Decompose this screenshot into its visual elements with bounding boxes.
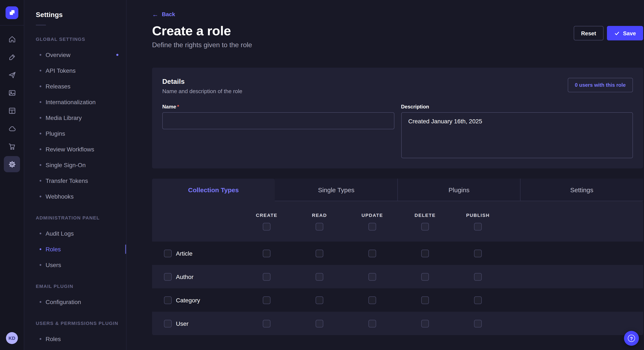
sidebar-item-roles[interactable]: Roles: [24, 241, 126, 257]
checkbox-author-read[interactable]: [316, 273, 323, 280]
permission-cell: [293, 265, 346, 288]
checkbox-col-read[interactable]: [316, 223, 323, 230]
checkbox-author-publish[interactable]: [474, 273, 482, 280]
column-label: UPDATE: [362, 212, 383, 217]
header-spacer: [152, 201, 240, 242]
checkbox-row-user[interactable]: [164, 320, 172, 327]
tab-single-types[interactable]: Single Types: [275, 178, 398, 201]
checkbox-category-publish[interactable]: [474, 296, 482, 304]
tab-collection-types[interactable]: Collection Types: [152, 178, 275, 201]
checkbox-user-read[interactable]: [316, 320, 323, 327]
sidebar-item-review-workflows[interactable]: Review Workflows: [24, 141, 126, 157]
back-link[interactable]: ← Back: [152, 11, 175, 17]
sidebar-item-plugins[interactable]: Plugins: [24, 126, 126, 141]
checkbox-article-delete[interactable]: [421, 249, 429, 257]
name-input[interactable]: [162, 112, 394, 129]
details-card: Details Name and description of the role…: [152, 68, 643, 169]
permission-cell: [240, 312, 293, 335]
checkbox-category-create[interactable]: [263, 296, 270, 304]
checkbox-author-create[interactable]: [263, 273, 270, 280]
row-fill: [504, 265, 643, 288]
sidebar-item-label: Transfer Tokens: [46, 177, 88, 184]
notification-dot-icon: [116, 54, 118, 56]
sidebar-item-api-tokens[interactable]: API Tokens: [24, 62, 126, 78]
sidebar-item-providers[interactable]: Providers: [24, 347, 126, 350]
description-input[interactable]: Created January 16th, 2025: [401, 112, 633, 158]
sidebar-item-transfer-tokens[interactable]: Transfer Tokens: [24, 173, 126, 188]
bullet-icon: [40, 264, 41, 266]
sidebar-item-label: Review Workflows: [46, 146, 94, 153]
rail-icon-list: [4, 29, 20, 174]
sidebar-item-releases[interactable]: Releases: [24, 78, 126, 94]
checkbox-article-read[interactable]: [316, 249, 323, 257]
checkbox-col-publish[interactable]: [474, 223, 482, 230]
checkbox-category-read[interactable]: [316, 296, 323, 304]
checkbox-user-publish[interactable]: [474, 320, 482, 327]
checkbox-author-update[interactable]: [368, 273, 376, 280]
cloud-icon[interactable]: [4, 120, 20, 137]
checkbox-col-update[interactable]: [368, 223, 376, 230]
checkbox-article-update[interactable]: [368, 249, 376, 257]
sidebar-item-audit-logs[interactable]: Audit Logs: [24, 225, 126, 241]
checkbox-row-category[interactable]: [164, 296, 172, 304]
checkbox-col-create[interactable]: [263, 223, 270, 230]
bullet-icon: [40, 148, 41, 150]
sidebar-item-internationalization[interactable]: Internationalization: [24, 94, 126, 110]
checkbox-article-create[interactable]: [263, 249, 270, 257]
permission-cell: [346, 312, 399, 335]
checkbox-category-update[interactable]: [368, 296, 376, 304]
sidebar-item-overview[interactable]: Overview: [24, 47, 126, 62]
gear-icon[interactable]: [4, 156, 20, 172]
name-label: Name*: [162, 104, 394, 110]
permission-cell: [399, 312, 452, 335]
checkbox-user-delete[interactable]: [421, 320, 429, 327]
checkbox-user-update[interactable]: [368, 320, 376, 327]
sidebar-item-label: Configuration: [46, 298, 81, 305]
page-header: Create a role Define the rights given to…: [152, 23, 643, 49]
tab-settings[interactable]: Settings: [520, 178, 643, 201]
permission-cell: [399, 242, 452, 265]
reset-button[interactable]: Reset: [574, 26, 603, 40]
sidebar-item-media-library[interactable]: Media Library: [24, 110, 126, 126]
checkbox-row-article[interactable]: [164, 249, 172, 257]
checkbox-category-delete[interactable]: [421, 296, 429, 304]
sidebar-item-label: Users: [46, 261, 61, 268]
sidebar-title-divider: [36, 25, 46, 25]
permissions-section: Collection TypesSingle TypesPluginsSetti…: [152, 178, 643, 335]
sidebar-item-label: Roles: [46, 246, 61, 252]
checkbox-article-publish[interactable]: [474, 249, 482, 257]
back-label: Back: [162, 11, 175, 17]
permission-cell: [346, 288, 399, 312]
save-button[interactable]: Save: [607, 26, 643, 40]
checkbox-user-create[interactable]: [263, 320, 270, 327]
sidebar-item-label: Overview: [46, 51, 70, 58]
sidebar-item-roles[interactable]: Roles: [24, 331, 126, 347]
bullet-icon: [40, 180, 41, 181]
sidebar-item-configuration[interactable]: Configuration: [24, 294, 126, 310]
home-icon[interactable]: [4, 31, 20, 47]
row-fill: [504, 288, 643, 312]
permission-cell: [346, 265, 399, 288]
help-button[interactable]: ?: [624, 331, 639, 346]
logo-container: [0, 0, 24, 25]
sidebar-item-label: Audit Logs: [46, 230, 74, 237]
avatar[interactable]: KD: [6, 332, 18, 344]
paper-plane-icon[interactable]: [4, 67, 20, 83]
checkbox-author-delete[interactable]: [421, 273, 429, 280]
users-with-role-button[interactable]: 0 users with this role: [568, 78, 633, 92]
pen-icon[interactable]: [4, 49, 20, 65]
sidebar-item-webhooks[interactable]: Webhooks: [24, 188, 126, 204]
tab-plugins[interactable]: Plugins: [398, 178, 520, 201]
checkbox-col-delete[interactable]: [421, 223, 429, 230]
checkbox-row-author[interactable]: [164, 273, 172, 280]
strapi-logo[interactable]: [6, 6, 18, 19]
bullet-icon: [40, 117, 41, 118]
sidebar-item-single-sign-on[interactable]: Single Sign-On: [24, 157, 126, 173]
cart-icon[interactable]: [4, 138, 20, 154]
sidebar-item-label: Single Sign-On: [46, 161, 86, 168]
permission-cell: [240, 288, 293, 312]
layout-icon[interactable]: [4, 103, 20, 119]
page-subtitle: Define the rights given to the role: [152, 41, 252, 49]
media-icon[interactable]: [4, 85, 20, 101]
sidebar-item-users[interactable]: Users: [24, 257, 126, 273]
